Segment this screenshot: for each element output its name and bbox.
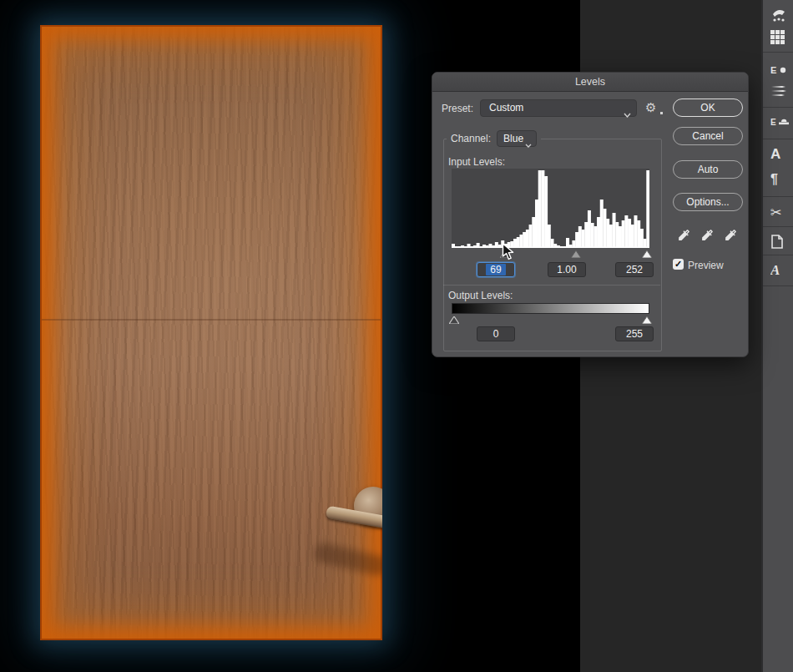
output-levels-label: Output Levels: — [448, 290, 513, 301]
section-divider — [443, 285, 660, 285]
dialog-title: Levels — [575, 76, 605, 88]
auto-button[interactable]: Auto — [673, 160, 743, 179]
panel-dock-strip: E E A ¶ ✂ A — [761, 0, 793, 672]
preset-options-gear-icon[interactable]: ⚙ — [645, 100, 662, 115]
preview-label: Preview — [688, 260, 724, 271]
clone-source-glyph: E — [770, 118, 776, 127]
histogram-bars — [452, 169, 649, 248]
character-glyph: A — [770, 146, 780, 162]
strip-divider — [763, 285, 793, 286]
preset-label: Preset: — [442, 103, 473, 114]
channel-label: Channel: — [451, 133, 491, 144]
paragraph-styles-glyph: E — [770, 65, 776, 75]
preset-value: Custom — [489, 102, 523, 114]
preset-dropdown[interactable]: Custom — [480, 99, 637, 117]
checkmark-icon: ✓ — [674, 259, 682, 269]
input-levels-label: Input Levels: — [448, 156, 505, 168]
brushes-icon[interactable] — [770, 83, 790, 102]
gamma-input-field[interactable]: 1.00 — [548, 262, 586, 277]
channel-dropdown[interactable]: Blue — [497, 130, 537, 147]
levels-dialog: Levels Preset: Custom ⚙ OK Cancel Auto O… — [432, 72, 749, 357]
chevron-down-icon — [525, 137, 532, 152]
clone-source-icon[interactable]: E — [770, 114, 790, 133]
highlight-input-field[interactable]: 252 — [615, 262, 654, 277]
dialog-titlebar[interactable]: Levels — [432, 73, 748, 92]
preview-checkbox[interactable]: ✓ — [673, 259, 684, 270]
gamma-input-slider[interactable] — [571, 249, 581, 256]
glyphs-glyph: A — [770, 262, 780, 278]
glyphs-panel-icon[interactable]: A — [770, 262, 790, 280]
door-handle-shadow — [312, 541, 382, 577]
output-highlight-slider[interactable] — [642, 315, 652, 322]
shadow-input-field[interactable]: 69 — [477, 262, 515, 277]
cancel-button[interactable]: Cancel — [673, 127, 743, 145]
gray-point-eyedropper-icon[interactable] — [700, 228, 715, 243]
black-point-eyedropper-icon[interactable] — [677, 228, 692, 243]
histogram — [452, 169, 649, 248]
paragraph-glyph: ¶ — [770, 172, 778, 186]
strip-divider — [763, 226, 793, 227]
strip-divider — [763, 139, 793, 139]
strip-divider — [763, 255, 793, 255]
strip-divider — [763, 52, 793, 53]
channel-row: Channel: Blue — [447, 129, 541, 147]
door-seam — [42, 319, 381, 321]
door-image — [40, 25, 382, 640]
libraries-icon[interactable] — [770, 235, 790, 253]
ok-button[interactable]: OK — [673, 99, 743, 117]
shadow-input-value: 69 — [486, 264, 505, 275]
character-panel-icon[interactable]: A — [770, 146, 790, 164]
swatches-icon[interactable] — [770, 28, 790, 47]
channel-value: Blue — [503, 133, 523, 144]
strip-divider — [763, 107, 793, 108]
paragraph-panel-icon[interactable]: ¶ — [770, 171, 790, 189]
options-button[interactable]: Options... — [673, 193, 743, 211]
output-highlight-field[interactable]: 255 — [615, 326, 654, 341]
tool-presets-icon[interactable]: ✂ — [770, 205, 790, 223]
paragraph-styles-icon[interactable]: E — [770, 62, 790, 80]
chevron-down-icon — [624, 107, 631, 123]
strip-divider — [763, 196, 793, 197]
output-gradient-bar — [452, 303, 649, 314]
gear-menu-dot — [660, 112, 663, 114]
output-shadow-field[interactable]: 0 — [477, 326, 515, 341]
highlight-input-slider[interactable] — [642, 249, 652, 256]
output-shadow-slider[interactable] — [449, 315, 459, 322]
tool-presets-glyph: ✂ — [770, 205, 781, 220]
white-point-eyedropper-icon[interactable] — [724, 228, 739, 243]
brush-settings-icon[interactable] — [770, 7, 790, 25]
mouse-cursor — [502, 243, 516, 264]
